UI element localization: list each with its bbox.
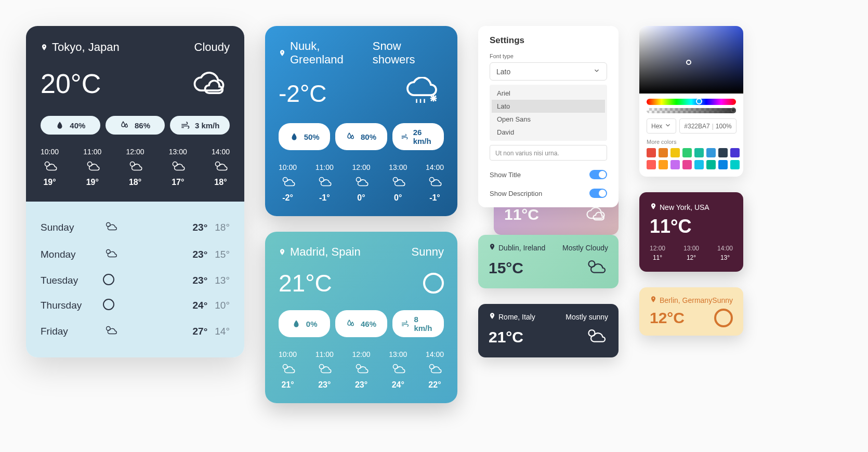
location-text: Berlin, Germany bbox=[660, 296, 712, 304]
hour-time: 14:00 bbox=[426, 350, 444, 358]
chevron-down-icon bbox=[593, 67, 600, 76]
humidity-value: 46% bbox=[361, 320, 376, 328]
location-text: Rome, Italy bbox=[498, 313, 535, 321]
hour-item: 13:000° bbox=[389, 163, 407, 203]
cloud-icon bbox=[315, 362, 334, 378]
color-swatch[interactable] bbox=[647, 160, 656, 169]
color-swatch[interactable] bbox=[670, 160, 680, 169]
temperature: 20°C bbox=[41, 68, 101, 99]
cloud-icon bbox=[103, 324, 119, 339]
tokyo-weather-card: Tokyo, Japan Cloudy 20°C 40% 86% 3 km/h … bbox=[26, 26, 244, 357]
day-low: 15° bbox=[215, 249, 230, 260]
hour-item: 11:0019° bbox=[83, 148, 101, 187]
hour-item: 14:0022° bbox=[426, 350, 444, 390]
cloud-icon bbox=[103, 220, 119, 235]
sunny-icon bbox=[423, 273, 444, 294]
rome-weather-card: Rome, ItalyMostly sunny 21°C bbox=[478, 304, 619, 357]
alpha-slider[interactable] bbox=[647, 108, 736, 113]
color-swatch[interactable] bbox=[659, 148, 668, 157]
location-text: New York, USA bbox=[660, 203, 709, 211]
color-swatch[interactable] bbox=[718, 160, 728, 169]
suncloud-icon bbox=[583, 325, 608, 349]
hour-item: 14:00-1° bbox=[426, 163, 444, 203]
color-swatch[interactable] bbox=[659, 160, 668, 169]
pin-icon bbox=[41, 41, 48, 54]
hour-item: 10:00-2° bbox=[279, 163, 297, 203]
hue-thumb[interactable] bbox=[696, 98, 702, 104]
show-title-toggle[interactable] bbox=[589, 170, 607, 179]
format-select[interactable]: Hex bbox=[647, 118, 676, 134]
color-swatch[interactable] bbox=[682, 160, 692, 169]
hour-time: 12:00 bbox=[126, 148, 144, 156]
font-option[interactable]: Open Sans bbox=[492, 113, 605, 126]
hour-item: 13:0012° bbox=[683, 245, 699, 261]
color-swatch[interactable] bbox=[682, 148, 692, 157]
font-listbox[interactable]: Ariel Lato Open Sans David bbox=[490, 85, 607, 141]
newyork-weather-card: New York, USA 11°C 12:0011° 13:0012° 14:… bbox=[639, 192, 743, 272]
wind-icon bbox=[401, 319, 409, 328]
pin-icon bbox=[279, 46, 286, 60]
condition-text: Sunny bbox=[412, 245, 444, 259]
color-swatch[interactable] bbox=[694, 160, 704, 169]
description-textarea[interactable]: Ut non varius nisi urna. bbox=[490, 145, 607, 161]
hex-value: #322BA7 bbox=[684, 123, 709, 130]
humidity-value: 80% bbox=[361, 132, 376, 141]
cloud-icon bbox=[583, 256, 608, 280]
color-swatch[interactable] bbox=[694, 148, 704, 157]
hour-temp: 18° bbox=[212, 178, 230, 187]
hour-temp: 0° bbox=[389, 193, 407, 203]
temperature: 21°C bbox=[279, 269, 332, 297]
hour-time: 13:00 bbox=[169, 148, 187, 156]
color-swatch[interactable] bbox=[706, 148, 716, 157]
color-swatch[interactable] bbox=[718, 148, 728, 157]
nuuk-weather-card: Nuuk, Greenland Snow showers -2°C 50% 80… bbox=[265, 26, 457, 216]
condition-text: Cloudy bbox=[194, 41, 230, 54]
cloud-icon bbox=[389, 362, 407, 378]
forecast-day: Sunday23°18° bbox=[41, 214, 230, 241]
font-option[interactable]: Lato bbox=[492, 100, 605, 113]
show-description-toggle[interactable] bbox=[589, 189, 607, 198]
humidity-pill: 80% bbox=[335, 123, 387, 150]
hour-temp: 23° bbox=[352, 380, 370, 390]
hour-item: 14:0018° bbox=[212, 148, 230, 187]
berlin-weather-card: Berlin, GermanySunny 12°C bbox=[639, 287, 743, 336]
cloud-icon bbox=[212, 159, 230, 176]
color-swatch[interactable] bbox=[730, 160, 740, 169]
day-low: 14° bbox=[215, 326, 230, 337]
font-select[interactable]: Lato bbox=[490, 62, 607, 81]
color-thumb[interactable] bbox=[686, 60, 691, 65]
hour-time: 11:00 bbox=[83, 148, 101, 156]
hour-temp: -1° bbox=[426, 193, 444, 203]
day-high: 24° bbox=[193, 300, 208, 311]
hour-temp: 23° bbox=[315, 380, 334, 390]
color-swatch[interactable] bbox=[647, 148, 656, 157]
hour-temp: 22° bbox=[426, 380, 444, 390]
wind-pill: 8 km/h bbox=[392, 310, 444, 337]
alpha-thumb[interactable] bbox=[731, 108, 736, 113]
temperature: 11°C bbox=[504, 206, 539, 223]
hour-item: 12:0023° bbox=[352, 350, 370, 390]
precip-pill: 40% bbox=[41, 116, 100, 135]
font-type-label: Font type bbox=[490, 53, 607, 59]
color-swatch[interactable] bbox=[670, 148, 680, 157]
color-swatch[interactable] bbox=[706, 160, 716, 169]
drop-icon bbox=[55, 121, 64, 130]
hour-temp: 13° bbox=[717, 254, 733, 261]
hour-temp: 19° bbox=[83, 178, 101, 187]
pin-icon bbox=[489, 243, 496, 252]
hex-input[interactable]: #322BA7|100% bbox=[679, 118, 736, 134]
font-option[interactable]: Ariel bbox=[492, 87, 605, 100]
font-option[interactable]: David bbox=[492, 126, 605, 139]
humidity-icon bbox=[120, 121, 129, 130]
color-canvas[interactable] bbox=[639, 26, 743, 94]
location-text: Tokyo, Japan bbox=[52, 41, 120, 54]
forecast-day: Monday23°15° bbox=[41, 241, 230, 268]
forecast-day: Friday27°14° bbox=[41, 318, 230, 345]
more-colors-label: More colors bbox=[639, 139, 743, 145]
location-text: Nuuk, Greenland bbox=[290, 39, 373, 67]
drop-icon bbox=[290, 132, 299, 141]
hue-slider[interactable] bbox=[647, 99, 736, 105]
color-swatch[interactable] bbox=[730, 148, 740, 157]
hour-temp: 12° bbox=[683, 254, 699, 261]
forecast-day: Tuesday23°13° bbox=[41, 268, 230, 293]
